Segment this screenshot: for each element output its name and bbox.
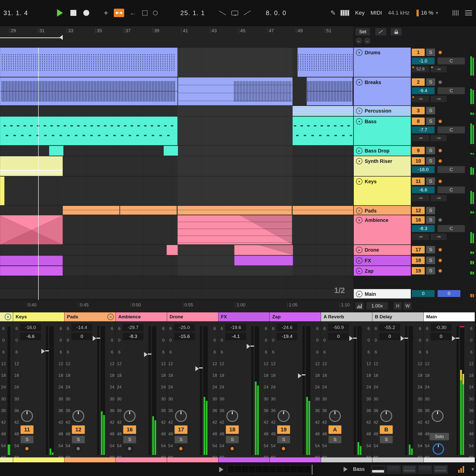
add-icon[interactable]: + xyxy=(104,9,108,17)
volume-display[interactable]: -1.0 xyxy=(412,58,435,64)
track-header-ambience[interactable]: ▾Ambience xyxy=(354,215,411,244)
arm-button[interactable] xyxy=(437,158,443,164)
clip-pads[interactable] xyxy=(178,206,292,215)
track-number[interactable]: B xyxy=(380,425,393,434)
lane-drums[interactable] xyxy=(0,48,353,77)
volume-display[interactable]: 0 xyxy=(431,333,451,340)
fader-marker[interactable] xyxy=(144,352,148,357)
volume-display[interactable]: 0 xyxy=(328,333,349,340)
arrangement-position-display[interactable]: 31. 1. 4 xyxy=(3,9,43,17)
track-play-icon[interactable]: ▸ xyxy=(356,291,362,297)
track-header-main[interactable]: ▸Main xyxy=(354,289,411,298)
send-b-value[interactable]: -∞ xyxy=(431,234,446,240)
volume-display[interactable]: 0 xyxy=(379,333,400,340)
send-a-value[interactable]: -∞ xyxy=(412,234,429,240)
solo-button[interactable]: S xyxy=(277,436,290,443)
mixer-strip-header[interactable]: Main xyxy=(424,312,475,321)
caret-down-icon[interactable]: ▾ xyxy=(436,10,438,16)
send-a-value[interactable]: -∞ xyxy=(412,195,429,201)
pan-display[interactable]: C xyxy=(438,58,465,64)
clip-zap[interactable] xyxy=(0,266,63,276)
lane-zap[interactable] xyxy=(0,266,353,276)
mixer-strip-header[interactable]: Pads≡ xyxy=(64,312,116,321)
pan-display[interactable]: C xyxy=(438,225,465,232)
volume-display[interactable]: 0 xyxy=(71,333,92,340)
fader-track[interactable] xyxy=(149,326,151,455)
volume-display[interactable]: -6.6 xyxy=(20,333,41,340)
track-play-icon[interactable]: ▸ xyxy=(356,257,362,264)
back-to-arrangement-icon[interactable]: ← xyxy=(130,9,136,17)
clip-keys[interactable] xyxy=(0,177,4,205)
track-number[interactable]: 18 xyxy=(226,425,239,434)
peak-level-display[interactable]: -24.6 xyxy=(277,324,298,331)
arm-button[interactable] xyxy=(437,178,443,184)
clip-pads[interactable] xyxy=(120,206,177,215)
fader-track[interactable] xyxy=(251,326,253,455)
track-number[interactable]: 17 xyxy=(412,246,425,253)
fader-handle[interactable] xyxy=(199,367,203,368)
fader-marker[interactable] xyxy=(93,336,96,341)
track-number[interactable]: 12 xyxy=(412,207,425,214)
stop-button[interactable] xyxy=(70,10,76,16)
fader-marker[interactable] xyxy=(298,373,301,378)
track-play-icon[interactable]: ▸ xyxy=(356,247,362,253)
track-header-synth-riser[interactable]: ▾Synth Riser xyxy=(354,156,411,176)
clip-breaks[interactable] xyxy=(0,77,178,105)
fade-out-icon[interactable] xyxy=(219,10,226,16)
track-number[interactable]: 3 xyxy=(412,107,425,114)
fader-track[interactable] xyxy=(354,326,356,455)
solo-button[interactable]: S xyxy=(426,216,435,224)
track-header-bass-drop[interactable]: ▸Bass Drop xyxy=(354,146,411,156)
volume-display[interactable]: -8.3 xyxy=(412,225,435,232)
track-number[interactable]: 11 xyxy=(21,425,33,434)
selection-box-icon[interactable] xyxy=(142,10,148,16)
pan-display[interactable]: C xyxy=(438,126,465,133)
back-arrow-button[interactable]: ← xyxy=(356,37,362,44)
pan-display[interactable]: C xyxy=(438,186,465,193)
arm-button[interactable] xyxy=(437,257,443,264)
set-button[interactable]: Set xyxy=(356,28,370,35)
fader-marker[interactable] xyxy=(247,344,250,349)
play-button[interactable] xyxy=(57,9,63,17)
mixer-strip-header[interactable]: Ambience xyxy=(116,312,167,321)
clip-fx[interactable] xyxy=(234,256,293,266)
mixer-strip-header[interactable]: Drone xyxy=(167,312,218,321)
clip-ambience[interactable] xyxy=(178,215,292,244)
peak-level-display[interactable]: -14.4 xyxy=(71,324,92,331)
playback-speed-display[interactable]: 1.00x xyxy=(366,302,388,310)
lane-pads[interactable] xyxy=(0,206,353,215)
fader-marker[interactable] xyxy=(349,336,353,341)
mixer-strip-header[interactable]: ▾ xyxy=(0,312,13,321)
clip-drone[interactable] xyxy=(234,245,293,255)
clip-synth-riser[interactable] xyxy=(0,156,63,176)
fader-track[interactable] xyxy=(97,326,99,455)
volume-display[interactable]: -6.6 xyxy=(412,186,435,193)
track-fold-icon[interactable]: ▾ xyxy=(356,79,362,86)
track-number[interactable]: 17 xyxy=(175,425,187,434)
track-menu-icon[interactable]: ≡ xyxy=(356,108,362,114)
track-header-drone[interactable]: ▸Drone xyxy=(354,245,411,255)
peak-level-display[interactable]: -0.30 xyxy=(431,324,451,331)
fader-track[interactable] xyxy=(200,326,202,455)
arm-button[interactable] xyxy=(437,118,443,124)
solo-button[interactable]: S xyxy=(175,436,187,443)
pan-knob[interactable] xyxy=(175,410,187,422)
lane-breaks[interactable] xyxy=(0,77,353,105)
track-fold-icon[interactable]: ▾ xyxy=(356,178,362,185)
loop-overview-strip[interactable] xyxy=(227,466,311,473)
clip-bass[interactable] xyxy=(293,117,353,145)
track-number[interactable]: 12 xyxy=(72,425,85,434)
clip-drums[interactable] xyxy=(0,48,178,77)
solo-button[interactable]: S xyxy=(426,157,435,165)
mixer-strip-header[interactable]: Zap xyxy=(270,312,321,321)
track-number[interactable]: 19 xyxy=(412,267,425,274)
pencil-icon[interactable]: ✎ xyxy=(330,9,336,17)
send-a-value[interactable]: -∞ xyxy=(412,135,429,141)
fader-marker[interactable] xyxy=(195,366,199,371)
mixer-strip-header[interactable]: FX xyxy=(218,312,269,321)
lane-keys[interactable] xyxy=(0,177,353,205)
loop-end-marker[interactable] xyxy=(60,35,63,40)
solo-button[interactable]: S xyxy=(426,257,435,264)
fader-handle[interactable] xyxy=(148,354,151,355)
arm-button[interactable] xyxy=(126,445,133,452)
